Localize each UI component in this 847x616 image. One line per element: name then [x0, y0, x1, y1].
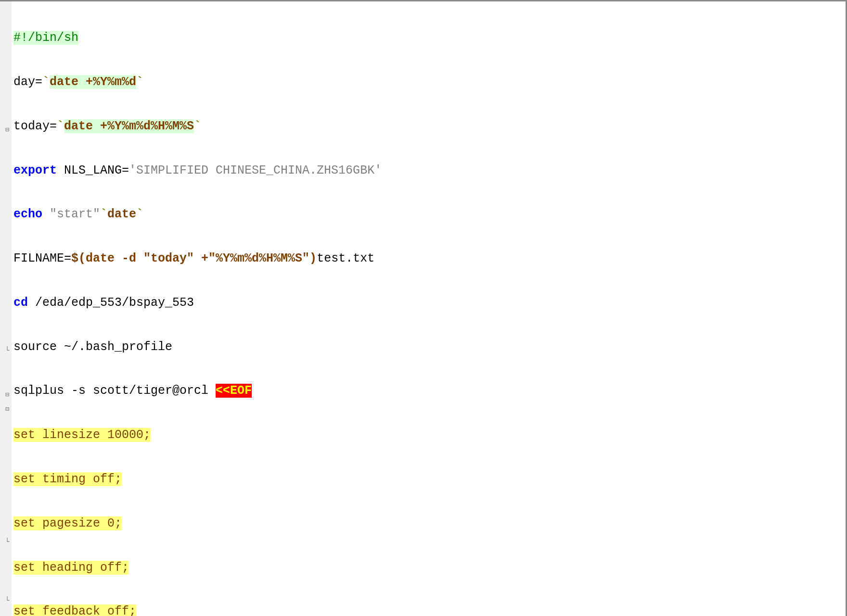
code-line: source ~/.bash_profile — [13, 340, 846, 355]
fold-gutter: ⊟└⊟⊟└└ — [0, 1, 12, 616]
code-line: set heading off; — [13, 561, 846, 576]
fold-marker[interactable]: ⊟ — [4, 387, 11, 402]
code-line: echo "start"`date` — [13, 207, 846, 222]
fold-marker[interactable]: ⊟ — [4, 122, 11, 137]
fold-marker[interactable]: └ — [4, 593, 11, 608]
code-line: export NLS_LANG='SIMPLIFIED CHINESE_CHIN… — [13, 163, 846, 178]
code-line: set pagesize 0; — [13, 516, 846, 531]
code-line: day=`date +%Y%m%d` — [13, 75, 846, 90]
code-line: today=`date +%Y%m%d%H%M%S` — [13, 119, 846, 134]
code-line: sqlplus -s scott/tiger@orcl <<EOF — [13, 384, 846, 399]
fold-marker[interactable]: └ — [4, 534, 11, 549]
code-line: cd /eda/edp_553/bspay_553 — [13, 296, 846, 311]
code-line: set feedback off; — [13, 604, 846, 616]
code-editor[interactable]: ⊟└⊟⊟└└ #!/bin/sh day=`date +%Y%m%d` toda… — [0, 0, 847, 616]
fold-marker[interactable]: └ — [4, 343, 11, 358]
code-line: #!/bin/sh — [13, 31, 846, 46]
code-area[interactable]: #!/bin/sh day=`date +%Y%m%d` today=`date… — [12, 1, 846, 616]
code-line: set timing off; — [13, 472, 846, 487]
code-line: FILNAME=$(date -d "today" +"%Y%m%d%H%M%S… — [13, 251, 846, 266]
fold-marker[interactable]: ⊟ — [4, 402, 11, 416]
code-line: set linesize 10000; — [13, 428, 846, 443]
